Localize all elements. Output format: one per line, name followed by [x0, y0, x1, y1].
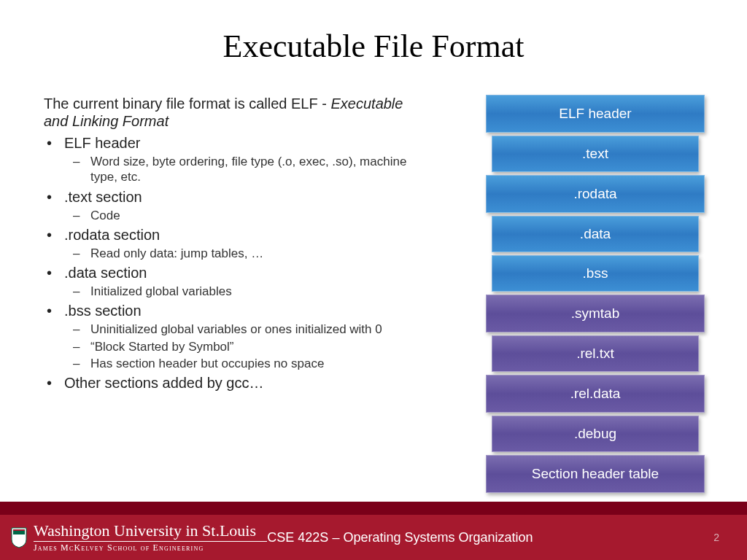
intro-prefix: The current binary file format is called…: [44, 96, 330, 112]
bullet-bss-section: .bss section Uninitialized global variab…: [44, 302, 430, 371]
diagram-reltxt: .rel.txt: [492, 335, 699, 372]
sub-bullet: Initialized global variables: [64, 284, 430, 299]
slide: Executable File Format The current binar…: [0, 0, 747, 560]
bullet-elf-header: ELF header Word size, byte ordering, fil…: [44, 134, 430, 185]
sub-bullet: Read only data: jump tables, …: [64, 246, 430, 261]
bullet-label: ELF header: [64, 135, 141, 151]
bullet-label: .text section: [64, 189, 142, 205]
diagram-bss: .bss: [492, 255, 699, 292]
course-label: CSE 422S – Operating Systems Organizatio…: [267, 530, 533, 545]
school-name: James McKelvey School of Engineering: [34, 543, 267, 552]
sub-bullet: Word size, byte ordering, file type (.o,…: [64, 154, 430, 185]
bullet-label: .bss section: [64, 303, 142, 319]
diagram-symtab: .symtab: [486, 295, 705, 332]
bullet-list: ELF header Word size, byte ordering, fil…: [44, 134, 430, 392]
logo-divider: [34, 541, 267, 542]
shield-icon: [10, 526, 28, 548]
university-logo: Washington University in St.Louis James …: [10, 523, 267, 552]
page-number: 2: [713, 532, 719, 543]
bullet-text-section: .text section Code: [44, 188, 430, 223]
bullet-other-sections: Other sections added by gcc…: [44, 374, 430, 392]
elf-diagram: ELF header .text .rodata .data .bss .sym…: [486, 95, 705, 496]
bullet-data-section: .data section Initialized global variabl…: [44, 264, 430, 299]
sub-bullet: “Block Started by Symbol”: [64, 339, 430, 354]
bullet-label: .data section: [64, 265, 147, 281]
footer-bar: Washington University in St.Louis James …: [0, 515, 747, 560]
logo-text: Washington University in St.Louis James …: [34, 523, 267, 552]
sub-bullet: Code: [64, 208, 430, 223]
diagram-reldata: .rel.data: [486, 375, 705, 413]
bullet-rodata-section: .rodata section Read only data: jump tab…: [44, 226, 430, 261]
diagram-elf-header: ELF header: [486, 95, 705, 133]
diagram-rodata: .rodata: [486, 175, 705, 213]
content-body: The current binary file format is called…: [44, 95, 430, 392]
intro-text: The current binary file format is called…: [44, 95, 430, 130]
svg-rect-1: [13, 529, 25, 531]
sub-bullet: Has section header but occupies no space: [64, 356, 430, 371]
diagram-data: .data: [492, 216, 699, 252]
sub-bullet: Uninitialized global variables or ones i…: [64, 322, 430, 337]
diagram-section-header-table: Section header table: [486, 455, 705, 493]
footer-accent-bar: [0, 502, 747, 515]
slide-title: Executable File Format: [0, 0, 747, 65]
diagram-text: .text: [492, 136, 699, 172]
bullet-label: .rodata section: [64, 227, 160, 243]
diagram-debug: .debug: [492, 416, 699, 452]
university-name: Washington University in St.Louis: [34, 523, 267, 539]
